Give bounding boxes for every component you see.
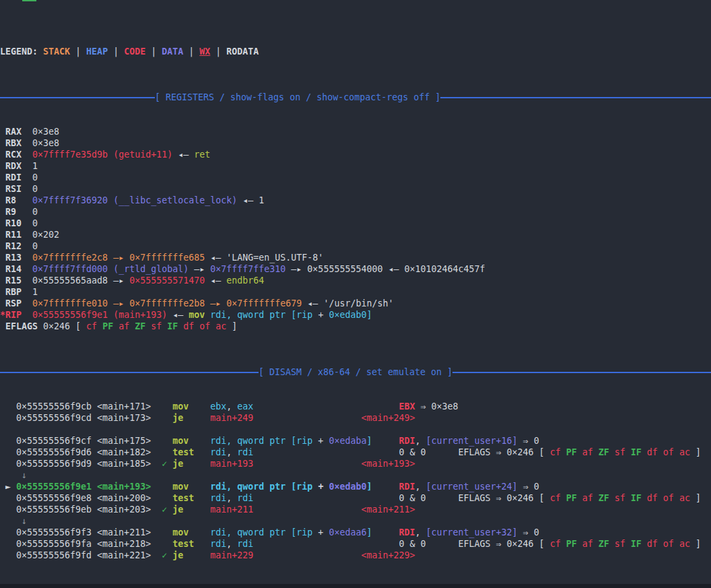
disasm-main171: 0×55555556f9cb <main+171> mov ebx, eax E… xyxy=(0,401,711,412)
reg-rcx: RCX 0×7ffff7e35d9b (getuid+11) ◂— ret xyxy=(0,149,711,160)
disasm-main221: 0×55555556f9fd <main+221> ✓ je main+229 … xyxy=(0,550,711,561)
disasm-header: [ DISASM / x86-64 / set emulate on ] xyxy=(0,366,711,378)
registers-header: [ REGISTERS / show-flags on / show-compa… xyxy=(0,92,711,103)
disasm-current-main193: ► 0×55555556f9e1 <main+193> mov rdi, qwo… xyxy=(0,481,711,492)
separator-rule xyxy=(0,97,155,98)
legend-line: LEGEND: STACK | HEAP | CODE | DATA | WX … xyxy=(0,46,711,57)
disasm-main175: 0×55555556f9cf <main+175> mov rdi, qword… xyxy=(0,435,711,447)
terminal-bottom-padding xyxy=(0,584,711,588)
reg-rbp: RBP 1 xyxy=(0,286,711,298)
reg-r11: R11 0×202 xyxy=(0,229,711,240)
reg-r13: R13 0×7fffffffe2c8 —▸ 0×7fffffffe685 ◂— … xyxy=(0,252,711,263)
disasm-panel: 0×55555556f9cb <main+171> mov ebx, eax E… xyxy=(0,401,711,561)
reg-rsi: RSI 0 xyxy=(0,183,711,195)
separator-rule xyxy=(440,97,711,98)
disasm-main185: 0×55555556f9d9 <main+185> ✓ je main+193 … xyxy=(0,458,711,469)
reg-r8: R8 0×7ffff7f36920 (__libc_setlocale_lock… xyxy=(0,195,711,206)
disasm-blank xyxy=(0,424,711,435)
reg-rax: RAX 0×3e8 xyxy=(0,126,711,137)
clipped-previous-line-fragment xyxy=(22,0,36,1)
disasm-main173: 0×55555556f9cd <main+173> je main+249 <m… xyxy=(0,412,711,424)
disasm-main218: 0×55555556f9fa <main+218> test rdi, rdi … xyxy=(0,538,711,550)
reg-r9: R9 0 xyxy=(0,206,711,218)
reg-rbx: RBX 0×3e8 xyxy=(0,137,711,149)
disasm-main182: 0×55555556f9d6 <main+182> test rdi, rdi … xyxy=(0,447,711,458)
disasm-main203: 0×55555556f9eb <main+203> ✓ je main+211 … xyxy=(0,504,711,515)
reg-r14: R14 0×7ffff7ffd000 (_rtld_global) —▸ 0×7… xyxy=(0,263,711,275)
registers-panel: RAX 0×3e8 RBX 0×3e8 RCX 0×7ffff7e35d9b (… xyxy=(0,126,711,332)
disasm-header-label: [ DISASM / x86-64 / set emulate on ] xyxy=(259,366,452,378)
legend-bar: LEGEND: STACK | HEAP | CODE | DATA | WX … xyxy=(0,46,711,57)
reg-r15: R15 0×55555565aad8 —▸ 0×555555571470 ◂— … xyxy=(0,275,711,286)
reg-r12: R12 0 xyxy=(0,240,711,252)
reg-r10: R10 0 xyxy=(0,218,711,229)
disasm-main211: 0×55555556f9f3 <main+211> mov rdi, qword… xyxy=(0,527,711,538)
registers-header-label: [ REGISTERS / show-flags on / show-compa… xyxy=(155,92,440,103)
reg-rip: *RIP 0×55555556f9e1 (main+193) ◂— mov rd… xyxy=(0,309,711,321)
separator-rule xyxy=(0,372,259,373)
separator-rule xyxy=(452,372,711,373)
reg-rdi: RDI 0 xyxy=(0,172,711,183)
reg-rsp: RSP 0×7fffffffe010 —▸ 0×7fffffffe2b8 —▸ … xyxy=(0,298,711,309)
reg-eflags: EFLAGS 0×246 [ cf PF af ZF sf IF df of a… xyxy=(0,321,711,332)
disasm-main200: 0×55555556f9e8 <main+200> test rdi, rdi … xyxy=(0,492,711,504)
disasm-arrow-down-2: ↓ xyxy=(0,515,711,527)
pwndbg-terminal: LEGEND: STACK | HEAP | CODE | DATA | WX … xyxy=(0,0,711,588)
disasm-arrow-down-1: ↓ xyxy=(0,469,711,481)
reg-rdx: RDX 1 xyxy=(0,160,711,172)
